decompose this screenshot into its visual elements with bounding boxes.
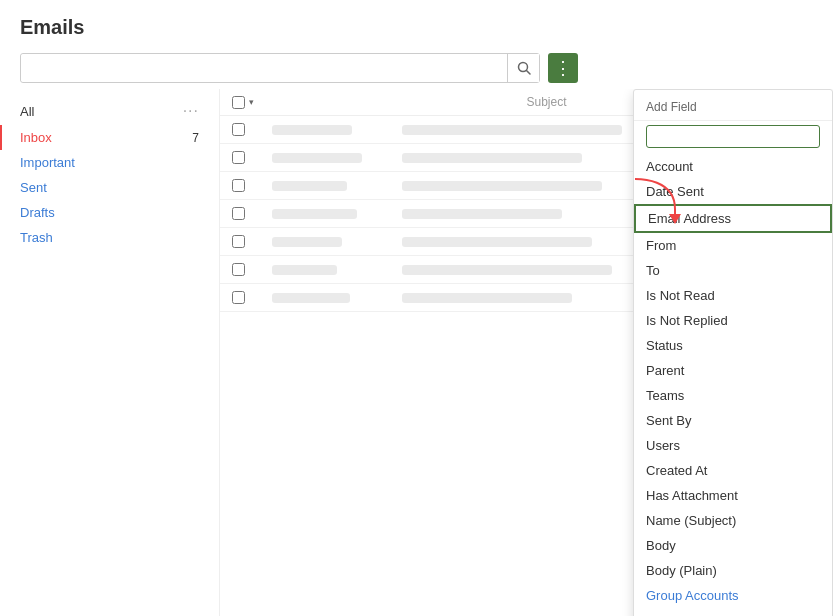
search-icon xyxy=(517,61,531,75)
main-layout: All ··· Inbox 7 Important Sent Drafts Tr… xyxy=(0,89,833,616)
email-checkbox[interactable] xyxy=(232,123,245,136)
subject-blurred xyxy=(402,125,622,135)
sidebar-dots: ··· xyxy=(183,102,199,120)
kebab-icon: ⋮ xyxy=(554,59,572,77)
sender-blurred xyxy=(272,153,362,163)
dropdown-item-account[interactable]: Account xyxy=(634,154,832,179)
sidebar-item-sent[interactable]: Sent xyxy=(0,175,219,200)
page-title: Emails xyxy=(20,16,813,39)
add-field-dropdown: Add Field Account Date Sent Email Addres… xyxy=(633,89,833,616)
email-subject xyxy=(402,181,671,191)
dropdown-item-teams[interactable]: Teams xyxy=(634,383,832,408)
dropdown-item-email-address[interactable]: Email Address xyxy=(634,204,832,233)
subject-blurred xyxy=(402,265,612,275)
kebab-menu-button[interactable]: ⋮ xyxy=(548,53,578,83)
sender-blurred xyxy=(272,293,350,303)
email-sender xyxy=(272,237,402,247)
sender-blurred xyxy=(272,125,352,135)
email-sender xyxy=(272,181,402,191)
email-sender xyxy=(272,293,402,303)
email-sender xyxy=(272,125,402,135)
email-checkbox[interactable] xyxy=(232,151,245,164)
sender-blurred xyxy=(272,265,337,275)
email-checkbox[interactable] xyxy=(232,235,245,248)
select-all-checkbox-area[interactable]: ▾ xyxy=(232,96,272,109)
email-checkbox[interactable] xyxy=(232,207,245,220)
sender-blurred xyxy=(272,209,357,219)
email-subject xyxy=(402,237,671,247)
dropdown-item-has-attachment[interactable]: Has Attachment xyxy=(634,483,832,508)
email-row-checkbox-area xyxy=(232,207,272,220)
sidebar-item-drafts-label: Drafts xyxy=(20,205,55,220)
email-checkbox[interactable] xyxy=(232,291,245,304)
select-all-checkbox[interactable] xyxy=(232,96,245,109)
dropdown-overlay: Add Field Account Date Sent Email Addres… xyxy=(633,89,833,616)
search-input[interactable] xyxy=(21,54,507,82)
search-button[interactable] xyxy=(507,54,539,82)
dropdown-item-name-subject[interactable]: Name (Subject) xyxy=(634,508,832,533)
email-subject xyxy=(402,209,671,219)
dropdown-item-from[interactable]: From xyxy=(634,233,832,258)
sidebar-item-important[interactable]: Important xyxy=(0,150,219,175)
sidebar-item-drafts[interactable]: Drafts xyxy=(0,200,219,225)
email-row-checkbox-area xyxy=(232,263,272,276)
email-subject xyxy=(402,265,671,275)
dropdown-item-body[interactable]: Body xyxy=(634,533,832,558)
email-row-checkbox-area xyxy=(232,291,272,304)
sidebar-item-sent-label: Sent xyxy=(20,180,47,195)
sidebar-item-trash-label: Trash xyxy=(20,230,53,245)
dropdown-search-input[interactable] xyxy=(646,125,820,148)
subject-blurred xyxy=(402,181,602,191)
toolbar: ⋮ xyxy=(0,47,833,89)
dropdown-item-parent[interactable]: Parent xyxy=(634,358,832,383)
dropdown-item-status[interactable]: Status xyxy=(634,333,832,358)
email-subject xyxy=(402,153,671,163)
subject-blurred xyxy=(402,153,582,163)
dropdown-item-users[interactable]: Users xyxy=(634,433,832,458)
sidebar-item-important-label: Important xyxy=(20,155,75,170)
page-header: Emails xyxy=(0,0,833,47)
sender-blurred xyxy=(272,181,347,191)
email-row-checkbox-area xyxy=(232,123,272,136)
email-subject xyxy=(402,293,671,303)
email-checkbox[interactable] xyxy=(232,179,245,192)
subject-blurred xyxy=(402,293,572,303)
subject-blurred xyxy=(402,209,562,219)
sidebar-item-trash[interactable]: Trash xyxy=(0,225,219,250)
sidebar: All ··· Inbox 7 Important Sent Drafts Tr… xyxy=(0,89,220,616)
dropdown-item-sent-by[interactable]: Sent By xyxy=(634,408,832,433)
dropdown-item-group-accounts[interactable]: Group Accounts xyxy=(634,583,832,608)
search-container xyxy=(20,53,540,83)
dropdown-item-is-not-replied[interactable]: Is Not Replied xyxy=(634,308,832,333)
checkbox-chevron-icon[interactable]: ▾ xyxy=(249,97,254,107)
email-row-checkbox-area xyxy=(232,151,272,164)
content-area: ▾ Subject xyxy=(220,89,833,616)
sidebar-item-inbox[interactable]: Inbox 7 xyxy=(0,125,219,150)
dropdown-item-personal-accounts[interactable]: Personal Accounts xyxy=(634,608,832,616)
dropdown-item-date-sent[interactable]: Date Sent xyxy=(634,179,832,204)
email-sender xyxy=(272,153,402,163)
svg-line-1 xyxy=(526,71,530,75)
email-row-checkbox-area xyxy=(232,179,272,192)
subject-blurred xyxy=(402,237,592,247)
sidebar-item-inbox-label: Inbox xyxy=(20,130,52,145)
email-row-checkbox-area xyxy=(232,235,272,248)
dropdown-item-created-at[interactable]: Created At xyxy=(634,458,832,483)
dropdown-item-to[interactable]: To xyxy=(634,258,832,283)
sidebar-item-all-label: All xyxy=(20,104,34,119)
sender-blurred xyxy=(272,237,342,247)
dropdown-item-is-not-read[interactable]: Is Not Read xyxy=(634,283,832,308)
page-container: Emails ⋮ All ··· Inbox 7 xyxy=(0,0,833,616)
email-sender xyxy=(272,209,402,219)
inbox-badge: 7 xyxy=(192,131,199,145)
email-checkbox[interactable] xyxy=(232,263,245,276)
dropdown-item-body-plain[interactable]: Body (Plain) xyxy=(634,558,832,583)
dropdown-header: Add Field xyxy=(634,98,832,121)
email-subject xyxy=(402,125,671,135)
sidebar-item-all[interactable]: All ··· xyxy=(0,97,219,125)
email-sender xyxy=(272,265,402,275)
